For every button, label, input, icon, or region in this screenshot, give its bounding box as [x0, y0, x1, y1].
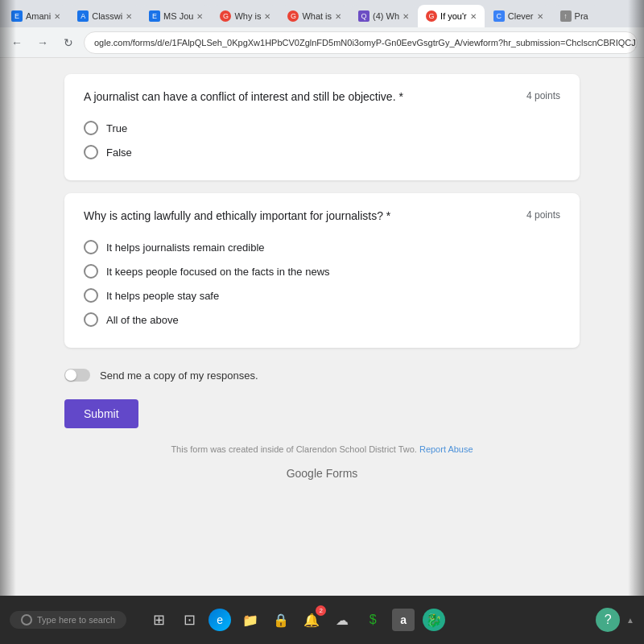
tab-icon-4wh: Q: [358, 10, 369, 22]
radio-allofabove[interactable]: [84, 312, 98, 327]
main-content: A journalist can have a conflict of inte…: [0, 58, 644, 596]
option-facts-label: It keeps people focused on the facts in …: [106, 266, 330, 278]
option-true-label: True: [106, 122, 127, 134]
address-text: ogle.com/forms/d/e/1FAlpQLSeh_0KpgXw1HPb…: [94, 38, 638, 47]
browser: E Amani ✕ A Classwi ✕ E MS Jou ✕ G Why i…: [0, 0, 644, 596]
radio-safe[interactable]: [84, 288, 98, 303]
tab-whyis[interactable]: G Why is ✕: [212, 5, 279, 27]
taskbar-icon-search[interactable]: ⊡: [178, 609, 200, 631]
tab-icon-classwi: A: [77, 10, 89, 22]
tab-label-4wh: (4) Wh: [373, 11, 399, 21]
taskbar-icon-lock[interactable]: 🔒: [270, 609, 292, 631]
taskbar-icon-dropbox[interactable]: ☁: [331, 609, 353, 631]
tab-close-clever[interactable]: ✕: [537, 12, 543, 21]
tab-close-classwi[interactable]: ✕: [126, 12, 132, 21]
monitor: E Amani ✕ A Classwi ✕ E MS Jou ✕ G Why i…: [0, 0, 644, 644]
screen: E Amani ✕ A Classwi ✕ E MS Jou ✕ G Why i…: [0, 0, 644, 596]
taskbar-icon-edge[interactable]: e: [208, 609, 231, 631]
tab-label-pra: Pra: [575, 11, 588, 21]
address-bar-row: ← → ↻ ogle.com/forms/d/e/1FAlpQLSeh_0Kpg…: [0, 27, 644, 58]
tab-icon-whatis: G: [287, 10, 299, 22]
toggle-knob: [65, 369, 76, 381]
option-safe-label: It helps people stay safe: [106, 290, 219, 302]
question2-card: Why is acting lawfully and ethically imp…: [64, 193, 580, 348]
tab-label-classwi: Classwi: [92, 11, 122, 21]
taskbar-icon-green[interactable]: 🐉: [423, 609, 445, 631]
taskbar-icon-notification[interactable]: 🔔 2: [300, 609, 323, 631]
question1-text: A journalist can have a conflict of inte…: [84, 90, 526, 103]
tab-close-msjou[interactable]: ✕: [196, 12, 203, 21]
google-forms-text: Google Forms: [287, 467, 358, 480]
tab-whatis[interactable]: G What is ✕: [279, 5, 349, 27]
tab-label-whyis: Why is: [234, 11, 261, 21]
tab-close-whatis[interactable]: ✕: [335, 12, 341, 21]
tab-label-ifyour: If you'r: [440, 11, 467, 21]
tab-icon-pra: ↑: [560, 10, 572, 22]
search-icon: [21, 614, 32, 625]
option-true[interactable]: True: [84, 116, 560, 140]
google-forms-logo: Google Forms: [16, 460, 628, 486]
tab-close-4wh[interactable]: ✕: [402, 12, 409, 21]
taskbar-icon-folder[interactable]: 📁: [239, 609, 262, 631]
address-bar[interactable]: ogle.com/forms/d/e/1FAlpQLSeh_0KpgXw1HPb…: [84, 31, 638, 54]
tab-pra[interactable]: ↑ Pra: [552, 5, 601, 27]
tab-label-msjou: MS Jou: [163, 11, 193, 21]
send-copy-row: Send me a copy of my responses.: [64, 361, 580, 390]
option-safe[interactable]: It helps people stay safe: [84, 283, 560, 308]
tab-msjou[interactable]: E MS Jou ✕: [141, 5, 211, 27]
tab-ifyour[interactable]: G If you'r ✕: [418, 5, 485, 27]
option-facts[interactable]: It keeps people focused on the facts in …: [84, 259, 560, 283]
taskbar: Type here to search ⊞ ⊡ e 📁 🔒 🔔 2 ☁ $ a …: [0, 596, 644, 644]
taskbar-icon-dollar[interactable]: $: [361, 609, 384, 631]
radio-true[interactable]: [84, 121, 98, 135]
tab-4wh[interactable]: Q (4) Wh ✕: [350, 5, 417, 27]
radio-facts[interactable]: [84, 264, 98, 279]
option-false-label: False: [106, 147, 132, 159]
taskbar-help-icon[interactable]: ?: [596, 608, 620, 632]
taskbar-icons: ⊞ ⊡ e 📁 🔒 🔔 2 ☁ $ a 🐉: [147, 609, 445, 631]
form-footer: This form was created inside of Clarendo…: [64, 438, 580, 460]
tab-clever[interactable]: C Clever ✕: [485, 5, 551, 27]
forward-button[interactable]: →: [32, 32, 53, 53]
question2-points: 4 points: [526, 209, 560, 221]
tab-close-whyis[interactable]: ✕: [264, 12, 270, 21]
option-allofabove[interactable]: All of the above: [84, 308, 560, 332]
right-shadow: [628, 0, 644, 596]
tab-icon-clever: C: [493, 10, 505, 22]
taskbar-right: ? ▲: [596, 608, 634, 632]
submit-button[interactable]: Submit: [64, 399, 138, 428]
radio-credible[interactable]: [84, 240, 98, 254]
tab-label-amani: Amani: [26, 11, 51, 21]
taskbar-search-bar[interactable]: Type here to search: [10, 611, 126, 629]
tab-icon-ifyour: G: [426, 10, 437, 22]
taskbar-icon-windows[interactable]: ⊞: [147, 609, 170, 631]
taskbar-search-text: Type here to search: [37, 615, 115, 625]
radio-false[interactable]: [84, 145, 98, 159]
tab-classwi[interactable]: A Classwi ✕: [69, 5, 140, 27]
tab-bar: E Amani ✕ A Classwi ✕ E MS Jou ✕ G Why i…: [0, 0, 644, 27]
question1-card: A journalist can have a conflict of inte…: [64, 74, 580, 180]
tab-label-whatis: What is: [302, 11, 332, 21]
question1-points: 4 points: [526, 90, 560, 101]
question1-header: A journalist can have a conflict of inte…: [84, 90, 560, 103]
taskbar-icon-a[interactable]: a: [392, 609, 415, 631]
footer-text: This form was created inside of Clarendo…: [171, 444, 416, 454]
option-credible-label: It helps journalists remain credible: [106, 242, 265, 254]
notification-badge: 2: [316, 605, 326, 616]
tab-icon-whyis: G: [220, 10, 231, 22]
question2-text: Why is acting lawfully and ethically imp…: [84, 209, 526, 222]
option-allofabove-label: All of the above: [106, 314, 179, 326]
tab-close-amani[interactable]: ✕: [54, 12, 60, 21]
tab-label-clever: Clever: [508, 11, 534, 21]
send-copy-toggle[interactable]: [64, 369, 90, 382]
option-false[interactable]: False: [84, 140, 560, 164]
tab-close-ifyour[interactable]: ✕: [470, 12, 477, 21]
tab-icon-msjou: E: [149, 10, 160, 22]
question2-header: Why is acting lawfully and ethically imp…: [84, 209, 560, 222]
taskbar-time: ▲: [626, 616, 634, 625]
reload-button[interactable]: ↻: [58, 32, 79, 53]
option-credible[interactable]: It helps journalists remain credible: [84, 235, 560, 259]
submit-row: Submit: [64, 399, 580, 428]
left-shadow: [0, 0, 16, 596]
report-abuse-link[interactable]: Report Abuse: [419, 444, 473, 454]
